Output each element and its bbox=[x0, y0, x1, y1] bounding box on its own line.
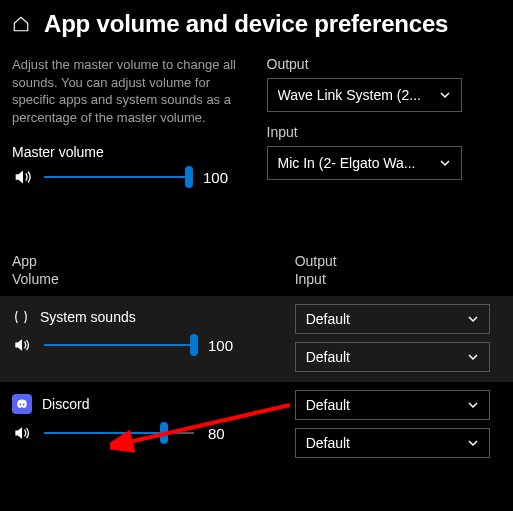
output-device-dropdown[interactable]: Wave Link System (2... bbox=[267, 78, 462, 112]
output-device-selected: Wave Link System (2... bbox=[278, 87, 421, 103]
app-row-discord: Discord 80 Default Default bbox=[0, 382, 513, 468]
system-volume-slider[interactable] bbox=[44, 334, 194, 356]
app-name-system: System sounds bbox=[40, 309, 136, 325]
chevron-down-icon bbox=[439, 157, 451, 169]
page-title: App volume and device preferences bbox=[44, 10, 448, 38]
master-volume-label: Master volume bbox=[12, 144, 247, 160]
chevron-down-icon bbox=[467, 313, 479, 325]
speaker-icon[interactable] bbox=[12, 422, 34, 444]
system-output-value: Default bbox=[306, 311, 350, 327]
master-volume-value: 100 bbox=[203, 169, 228, 186]
system-volume-value: 100 bbox=[208, 337, 233, 354]
column-header-app: App bbox=[12, 252, 275, 270]
column-header-volume: Volume bbox=[12, 270, 275, 288]
discord-output-dropdown[interactable]: Default bbox=[295, 390, 490, 420]
description-text: Adjust the master volume to change all s… bbox=[12, 56, 247, 126]
input-device-dropdown[interactable]: Mic In (2- Elgato Wa... bbox=[267, 146, 462, 180]
system-input-value: Default bbox=[306, 349, 350, 365]
discord-volume-slider[interactable] bbox=[44, 422, 194, 444]
chevron-down-icon bbox=[467, 399, 479, 411]
master-volume-slider[interactable] bbox=[44, 166, 189, 188]
system-sounds-icon bbox=[12, 308, 30, 326]
chevron-down-icon bbox=[467, 437, 479, 449]
chevron-down-icon bbox=[439, 89, 451, 101]
speaker-icon[interactable] bbox=[12, 334, 34, 356]
discord-input-value: Default bbox=[306, 435, 350, 451]
system-input-dropdown[interactable]: Default bbox=[295, 342, 490, 372]
output-label: Output bbox=[267, 56, 502, 72]
app-row-system-sounds: System sounds 100 Default De bbox=[0, 296, 513, 382]
discord-output-value: Default bbox=[306, 397, 350, 413]
column-header-output: Output bbox=[295, 252, 501, 270]
app-name-discord: Discord bbox=[42, 396, 89, 412]
input-label: Input bbox=[267, 124, 502, 140]
discord-volume-value: 80 bbox=[208, 425, 225, 442]
discord-input-dropdown[interactable]: Default bbox=[295, 428, 490, 458]
home-icon[interactable] bbox=[12, 15, 30, 33]
discord-icon bbox=[12, 394, 32, 414]
system-output-dropdown[interactable]: Default bbox=[295, 304, 490, 334]
chevron-down-icon bbox=[467, 351, 479, 363]
input-device-selected: Mic In (2- Elgato Wa... bbox=[278, 155, 416, 171]
column-header-input: Input bbox=[295, 270, 501, 288]
speaker-icon[interactable] bbox=[12, 166, 34, 188]
